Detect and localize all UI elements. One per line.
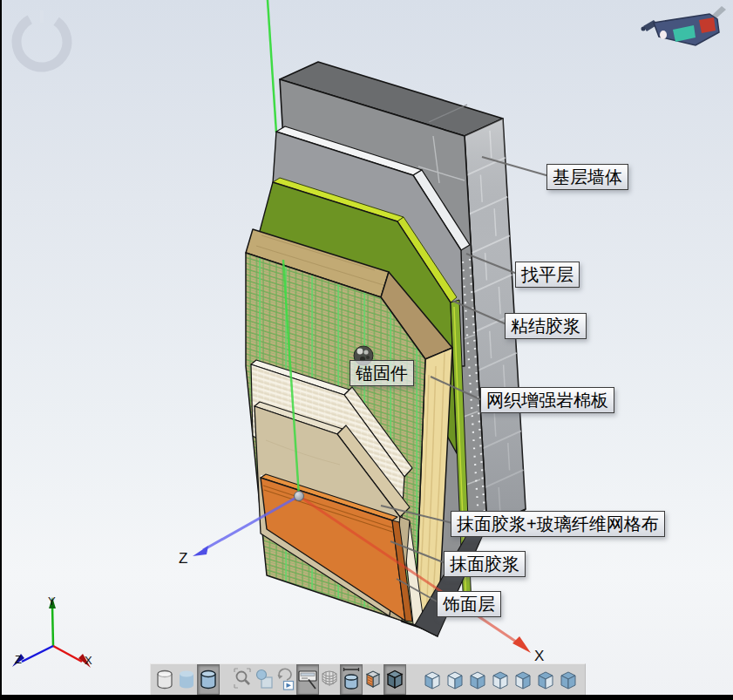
shaded-with-edges-display-button[interactable]	[198, 665, 219, 694]
toolbar-group-standard-views	[422, 665, 580, 695]
origin-point	[295, 492, 304, 501]
callout-surface-mortar-mesh[interactable]: 抹面胶浆+玻璃纤维网格布	[451, 511, 665, 537]
callout-rockwool-board[interactable]: 网织增强岩棉板	[480, 387, 614, 413]
triad-x-label: X	[85, 654, 92, 667]
callout-bonding-mortar[interactable]: 粘结胶浆	[505, 313, 587, 339]
viewport-border-bottom	[0, 695, 733, 700]
standard-view-5-button[interactable]	[512, 665, 533, 694]
triad-z-label: Z	[15, 653, 22, 666]
callout-finish-coat[interactable]: 饰面层	[437, 591, 501, 617]
play-animation-button[interactable]	[275, 665, 296, 694]
callout-base-wall[interactable]: 基层墙体	[546, 164, 628, 190]
z-axis-label: Z	[179, 550, 187, 567]
x-axis-label: X	[534, 648, 544, 664]
anaglyph-3d-glasses-icon	[641, 6, 727, 45]
y-axis-line-upper	[268, 0, 276, 133]
slide-presentation-button[interactable]	[297, 665, 318, 694]
xray-transparency-button[interactable]	[254, 665, 275, 694]
view-toolbar	[150, 663, 586, 696]
callout-leveling-layer[interactable]: 找平层	[515, 262, 580, 288]
wireframe-display-button[interactable]	[154, 665, 175, 694]
standard-view-1-button[interactable]	[422, 665, 443, 694]
triad-y-label: Y	[48, 595, 56, 608]
standard-view-3-button[interactable]	[467, 665, 488, 694]
3d-viewport[interactable]: X Z Y Z X	[0, 0, 733, 700]
standard-view-6-button[interactable]	[535, 665, 556, 694]
x-axis-arrowhead	[512, 636, 531, 653]
standard-view-2-button[interactable]	[445, 665, 465, 694]
wire-mesh-display-button[interactable]	[319, 665, 340, 694]
axis-triad: Y Z X	[12, 595, 92, 668]
callout-surface-mortar[interactable]: 抹面胶浆	[444, 551, 526, 577]
callout-anchor-fastener[interactable]: 锚固件	[350, 360, 414, 386]
toolbar-group-view-tools	[232, 665, 406, 695]
solid-edges-view-button[interactable]	[384, 665, 405, 694]
standard-view-7-button[interactable]	[558, 665, 579, 694]
viewport-border-left	[0, 0, 2, 700]
measured-shaded-view-button[interactable]	[341, 665, 362, 694]
standard-view-4-button[interactable]	[490, 665, 511, 694]
toolbar-group-display-style	[154, 665, 220, 695]
watermark-ring-logo-icon	[7, 7, 78, 78]
section-view-button[interactable]	[363, 665, 383, 694]
shaded-display-button[interactable]	[176, 665, 197, 694]
zoom-extents-button[interactable]	[232, 665, 253, 694]
